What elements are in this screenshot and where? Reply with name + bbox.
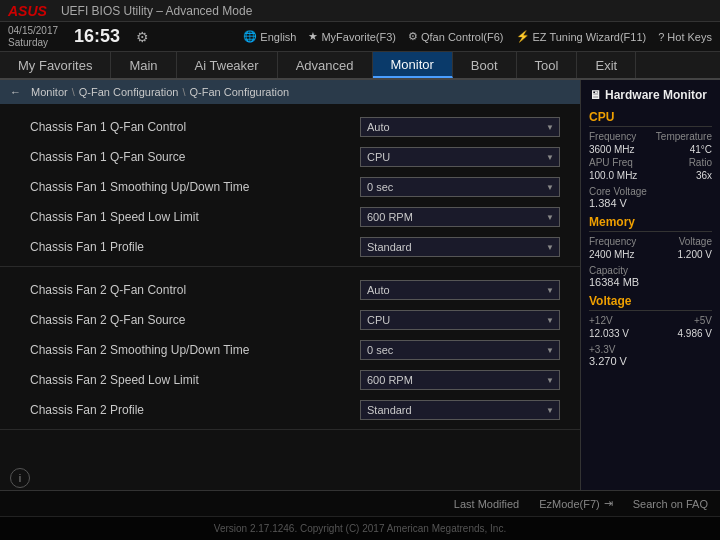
second-bar: 04/15/2017 Saturday 16:53 ⚙ 🌐 English ★ … bbox=[0, 22, 720, 52]
settings-gear-icon[interactable]: ⚙ bbox=[136, 29, 149, 45]
chassis-fan1-profile-select[interactable]: Standard bbox=[360, 237, 560, 257]
cpu-apu-value: 100.0 MHz bbox=[589, 170, 637, 181]
bios-title: UEFI BIOS Utility – Advanced Mode bbox=[61, 4, 252, 18]
tab-exit[interactable]: Exit bbox=[577, 52, 636, 78]
tab-tool[interactable]: Tool bbox=[517, 52, 578, 78]
chassis-fan2-source-select[interactable]: CPU bbox=[360, 310, 560, 330]
chassis-fan2-source-label: Chassis Fan 2 Q-Fan Source bbox=[30, 313, 360, 327]
chassis-fan2-profile-select-wrapper: Standard bbox=[360, 400, 560, 420]
chassis-fan2-smoothing-select[interactable]: 0 sec bbox=[360, 340, 560, 360]
settings-area: Chassis Fan 1 Q-Fan Control Auto Chassis… bbox=[0, 104, 580, 490]
fan-icon: ⚙ bbox=[408, 30, 418, 43]
chassis-fan1-profile-select-wrapper: Standard bbox=[360, 237, 560, 257]
tab-monitor[interactable]: Monitor bbox=[373, 52, 453, 78]
breadcrumb-part3: Q-Fan Configuration bbox=[189, 86, 289, 98]
cpu-freq-temp-values: 3600 MHz 41°C bbox=[589, 144, 712, 155]
ez-tuning-label: EZ Tuning Wizard(F11) bbox=[533, 31, 647, 43]
cpu-temperature-value: 41°C bbox=[690, 144, 712, 155]
cpu-temperature-label: Temperature bbox=[656, 131, 712, 142]
favorites-label: MyFavorite(F3) bbox=[321, 31, 396, 43]
memory-section-title: Memory bbox=[589, 215, 712, 232]
chassis-fan2-smoothing-label: Chassis Fan 2 Smoothing Up/Down Time bbox=[30, 343, 360, 357]
chassis-fan1-profile-row: Chassis Fan 1 Profile Standard bbox=[0, 232, 580, 262]
chassis-fan1-smoothing-select[interactable]: 0 sec bbox=[360, 177, 560, 197]
search-faq-label: Search on FAQ bbox=[633, 498, 708, 510]
chassis-fan2-smoothing-select-wrapper: 0 sec bbox=[360, 340, 560, 360]
info-icon[interactable]: i bbox=[10, 468, 30, 488]
chassis-fan2-source-row: Chassis Fan 2 Q-Fan Source CPU bbox=[0, 305, 580, 335]
chassis-fan1-profile-label: Chassis Fan 1 Profile bbox=[30, 240, 360, 254]
ez-mode-icon: ⇥ bbox=[604, 497, 613, 510]
v12-value: 12.033 V bbox=[589, 328, 629, 339]
chassis-fan1-qfan-control-select[interactable]: Auto bbox=[360, 117, 560, 137]
chassis-fan1-speed-select-wrapper: 600 RPM bbox=[360, 207, 560, 227]
chassis-fan2-qfan-control-select[interactable]: Auto bbox=[360, 280, 560, 300]
language-icon: 🌐 bbox=[243, 30, 257, 43]
core-voltage-label: Core Voltage bbox=[589, 186, 647, 197]
favorites-button[interactable]: ★ MyFavorite(F3) bbox=[308, 30, 396, 43]
tab-main[interactable]: Main bbox=[111, 52, 176, 78]
cpu-frequency-value: 3600 MHz bbox=[589, 144, 635, 155]
breadcrumb-sep1: \ bbox=[72, 86, 75, 98]
chassis-fan1-source-select[interactable]: CPU bbox=[360, 147, 560, 167]
tab-boot[interactable]: Boot bbox=[453, 52, 517, 78]
v33-label: +3.3V bbox=[589, 344, 615, 355]
hot-keys-button[interactable]: ? Hot Keys bbox=[658, 31, 712, 43]
chassis-fan1-speed-row: Chassis Fan 1 Speed Low Limit 600 RPM bbox=[0, 202, 580, 232]
tab-advanced[interactable]: Advanced bbox=[278, 52, 373, 78]
v12-v5-values: 12.033 V 4.986 V bbox=[589, 328, 712, 339]
chassis-fan1-qfan-control-row: Chassis Fan 1 Q-Fan Control Auto bbox=[0, 112, 580, 142]
toolbar-icons: 🌐 English ★ MyFavorite(F3) ⚙ Qfan Contro… bbox=[243, 30, 712, 43]
hot-keys-label: Hot Keys bbox=[667, 31, 712, 43]
voltage-section-title: Voltage bbox=[589, 294, 712, 311]
nav-bar: My Favorites Main Ai Tweaker Advanced Mo… bbox=[0, 52, 720, 80]
language-button[interactable]: 🌐 English bbox=[243, 30, 296, 43]
core-voltage-value: 1.384 V bbox=[589, 197, 712, 209]
main-content: ← Monitor \ Q-Fan Configuration \ Q-Fan … bbox=[0, 80, 720, 490]
cpu-ratio-value: 36x bbox=[696, 170, 712, 181]
ez-mode-button[interactable]: EzMode(F7) ⇥ bbox=[539, 497, 613, 510]
memory-capacity-label: Capacity bbox=[589, 265, 628, 276]
chassis-fan1-source-label: Chassis Fan 1 Q-Fan Source bbox=[30, 150, 360, 164]
footer: Version 2.17.1246. Copyright (C) 2017 Am… bbox=[0, 516, 720, 540]
star-icon: ★ bbox=[308, 30, 318, 43]
qfan-label: Qfan Control(F6) bbox=[421, 31, 504, 43]
cpu-apu-ratio-values: 100.0 MHz 36x bbox=[589, 170, 712, 181]
cpu-apu-label: APU Freq bbox=[589, 157, 633, 168]
search-faq-button[interactable]: Search on FAQ bbox=[633, 498, 708, 510]
breadcrumb-part2: Q-Fan Configuration bbox=[79, 86, 179, 98]
monitor-icon: 🖥 bbox=[589, 88, 601, 102]
asus-logo: ASUS bbox=[8, 3, 47, 19]
tab-my-favorites[interactable]: My Favorites bbox=[0, 52, 111, 78]
chassis-fan2-speed-label: Chassis Fan 2 Speed Low Limit bbox=[30, 373, 360, 387]
chassis-fan1-qfan-control-label: Chassis Fan 1 Q-Fan Control bbox=[30, 120, 360, 134]
chassis-fan2-profile-select[interactable]: Standard bbox=[360, 400, 560, 420]
memory-freq-volt-labels: Frequency Voltage bbox=[589, 236, 712, 247]
date-display: 04/15/2017 bbox=[8, 25, 58, 37]
ez-tuning-button[interactable]: ⚡ EZ Tuning Wizard(F11) bbox=[516, 30, 647, 43]
fan1-group: Chassis Fan 1 Q-Fan Control Auto Chassis… bbox=[0, 108, 580, 267]
chassis-fan1-smoothing-row: Chassis Fan 1 Smoothing Up/Down Time 0 s… bbox=[0, 172, 580, 202]
chassis-fan1-speed-select[interactable]: 600 RPM bbox=[360, 207, 560, 227]
cpu-freq-temp-labels: Frequency Temperature bbox=[589, 131, 712, 142]
qfan-button[interactable]: ⚙ Qfan Control(F6) bbox=[408, 30, 504, 43]
fan2-group: Chassis Fan 2 Q-Fan Control Auto Chassis… bbox=[0, 271, 580, 430]
chassis-fan2-speed-select[interactable]: 600 RPM bbox=[360, 370, 560, 390]
back-arrow-icon[interactable]: ← bbox=[10, 86, 21, 98]
chassis-fan2-profile-row: Chassis Fan 2 Profile Standard bbox=[0, 395, 580, 425]
hardware-monitor-panel: 🖥 Hardware Monitor CPU Frequency Tempera… bbox=[580, 80, 720, 490]
chassis-fan1-qfan-control-select-wrapper: Auto bbox=[360, 117, 560, 137]
last-modified-label: Last Modified bbox=[454, 498, 519, 510]
last-modified-item[interactable]: Last Modified bbox=[454, 498, 519, 510]
cpu-apu-ratio-labels: APU Freq Ratio bbox=[589, 157, 712, 168]
cpu-ratio-label: Ratio bbox=[689, 157, 712, 168]
memory-freq-volt-values: 2400 MHz 1.200 V bbox=[589, 249, 712, 260]
tab-ai-tweaker[interactable]: Ai Tweaker bbox=[177, 52, 278, 78]
memory-capacity-value: 16384 MB bbox=[589, 276, 712, 288]
chassis-fan1-source-row: Chassis Fan 1 Q-Fan Source CPU bbox=[0, 142, 580, 172]
chassis-fan2-smoothing-row: Chassis Fan 2 Smoothing Up/Down Time 0 s… bbox=[0, 335, 580, 365]
chassis-fan1-speed-label: Chassis Fan 1 Speed Low Limit bbox=[30, 210, 360, 224]
v12-v5-labels: +12V +5V bbox=[589, 315, 712, 326]
v12-label: +12V bbox=[589, 315, 613, 326]
chassis-fan2-profile-label: Chassis Fan 2 Profile bbox=[30, 403, 360, 417]
